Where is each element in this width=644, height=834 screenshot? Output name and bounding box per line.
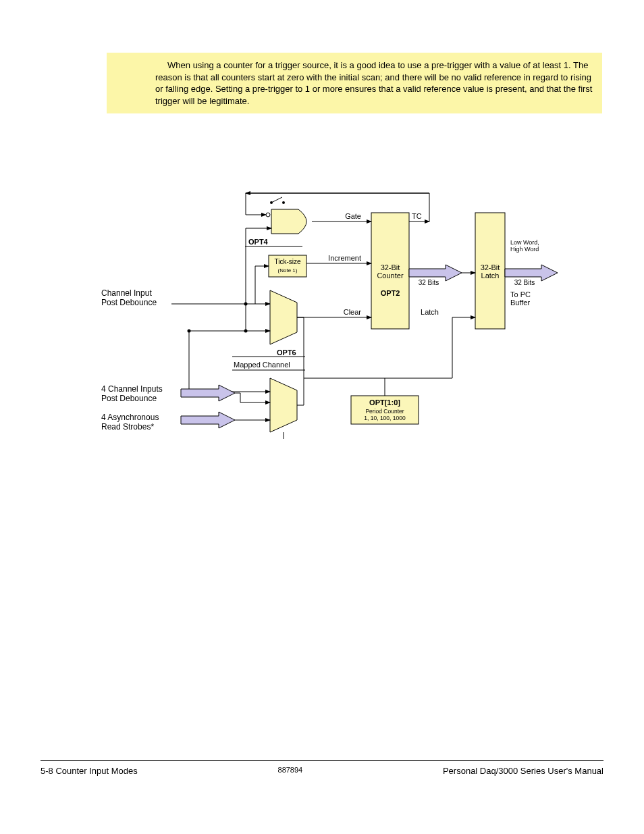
opt10-title: OPT[1:0]: [369, 398, 400, 407]
svg-marker-26: [270, 290, 297, 344]
topc-label: To PCBuffer: [510, 290, 531, 307]
tc-label: TC: [412, 212, 422, 220]
opt10-sub1: Period Counter: [365, 408, 404, 415]
tip-callout: When using a counter for a trigger sourc…: [107, 53, 602, 113]
svg-point-9: [270, 201, 273, 204]
opt2-label: OPT2: [381, 289, 400, 297]
tip-text: When using a counter for a trigger sourc…: [155, 60, 592, 106]
latch-label: Latch: [421, 308, 439, 316]
lowhigh-label: Low Word,High Word: [510, 239, 539, 253]
block-diagram: 32-BitCounter OPT2 32-BitLatch Gate TC O…: [95, 182, 567, 452]
footer-center: 887894: [278, 766, 303, 776]
four-strobes-label: 4 AsynchronousRead Strobes*: [101, 413, 159, 432]
bits32a-label: 32 Bits: [419, 279, 439, 286]
footer-rule: [41, 760, 603, 761]
footer-right: Personal Daq/3000 Series User's Manual: [443, 766, 603, 776]
mapped-channel-label: Mapped Channel: [234, 361, 290, 369]
gate-label: Gate: [345, 212, 361, 220]
tick-size-label: Tick-size: [274, 258, 301, 265]
four-inputs-label: 4 Channel InputsPost Debounce: [101, 384, 163, 403]
counter-label: 32-BitCounter: [377, 263, 403, 280]
page-footer: 5-8 Counter Input Modes 887894 Personal …: [41, 766, 603, 776]
bits32b-label: 32 Bits: [514, 279, 535, 286]
opt10-sub2: 1, 10, 100, 1000: [364, 415, 406, 421]
increment-label: Increment: [328, 254, 361, 262]
tick-note-label: (Note 1): [278, 267, 298, 273]
svg-point-7: [266, 213, 270, 217]
svg-marker-43: [181, 412, 235, 428]
opt6-label: OPT6: [277, 348, 296, 357]
footer-left: 5-8 Counter Input Modes: [41, 766, 138, 776]
svg-marker-35: [270, 378, 297, 432]
svg-point-10: [282, 201, 285, 204]
channel-input-label: Channel InputPost Debounce: [101, 288, 157, 307]
clear-label: Clear: [344, 308, 362, 316]
svg-line-8: [271, 197, 282, 203]
opt4-label: OPT4: [248, 238, 269, 246]
latch32-label: 32-BitLatch: [481, 263, 500, 280]
